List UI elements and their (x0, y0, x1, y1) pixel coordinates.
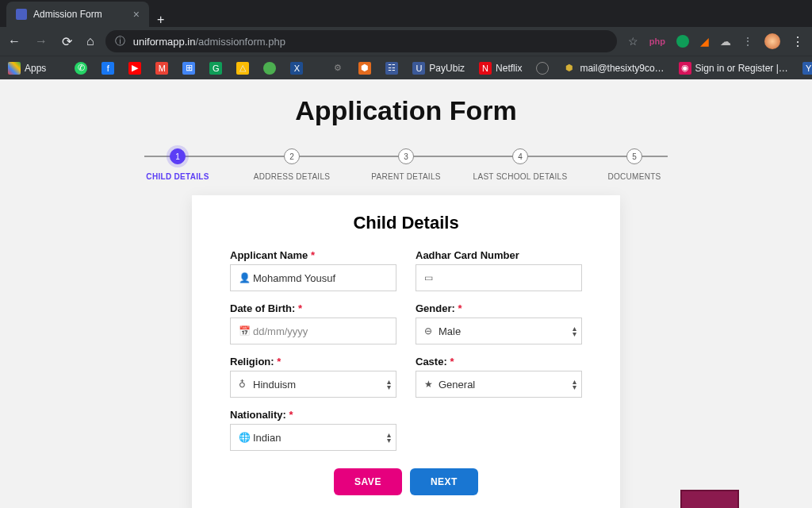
step-number: 2 (284, 148, 300, 164)
step-child-details[interactable]: 1 CHILD DETAILS (121, 148, 235, 181)
apps-icon (8, 62, 21, 75)
step-label: ADDRESS DETAILS (254, 172, 331, 181)
bookmark-item[interactable]: f (102, 62, 114, 75)
back-icon[interactable]: ← (8, 34, 21, 48)
id-card-icon: ▭ (424, 272, 439, 283)
close-icon[interactable]: × (133, 8, 140, 21)
browser-toolbar: ← → ⟳ ⌂ ⓘ uniformapp.in/admissionform.ph… (0, 27, 812, 56)
field-label: Nationality: * (230, 409, 396, 421)
card-title: Child Details (230, 213, 582, 233)
gmail-icon: M (155, 62, 168, 75)
bookmark-item[interactable] (536, 62, 549, 75)
whatsapp-icon: ✆ (75, 62, 87, 75)
step-documents[interactable]: 5 DOCUMENTS (577, 148, 691, 181)
bookmark-item[interactable] (263, 62, 276, 75)
step-last-school-details[interactable]: 4 LAST SCHOOL DETAILS (463, 148, 577, 181)
bookmark-item[interactable]: X (290, 62, 303, 75)
step-number: 5 (626, 148, 642, 164)
bookmark-item[interactable]: ☷ (385, 62, 398, 75)
step-parent-details[interactable]: 3 PARENT DETAILS (349, 148, 463, 181)
site-info-icon[interactable]: ⓘ (115, 34, 125, 48)
home-icon[interactable]: ⌂ (86, 34, 94, 48)
religion-icon: ♁ (239, 379, 253, 390)
step-label: CHILD DETAILS (146, 172, 209, 181)
field-label: Caste: * (416, 356, 582, 368)
religion-select[interactable]: ♁ Hinduism ▴▾ (230, 371, 396, 398)
field-label: Religion: * (230, 356, 396, 368)
bookmark-item[interactable]: △ (236, 62, 249, 75)
field-religion: Religion: * ♁ Hinduism ▴▾ (230, 356, 396, 398)
payubiz-icon: U (412, 62, 425, 75)
extension-icon[interactable]: ☁ (720, 35, 731, 48)
bookmarks-bar: Apps ✆ f ▶ M ⊞ G △ X ⚙ ⬢ ☷ UPayUbiz NNet… (0, 56, 812, 79)
field-label: Aadhar Card Number (416, 249, 582, 261)
bookmark-item[interactable]: ▶ (128, 62, 141, 75)
gender-icon: ⊖ (424, 325, 439, 337)
bookmark-item[interactable]: ⚙ (331, 62, 344, 75)
next-button[interactable]: NEXT (410, 468, 478, 495)
field-caste: Caste: * ★ General ▴▾ (416, 356, 582, 398)
step-label: LAST SCHOOL DETAILS (473, 172, 568, 181)
select-value: Male (439, 325, 573, 337)
bookmark-payubiz[interactable]: UPayUbiz (412, 62, 465, 75)
step-label: DOCUMENTS (607, 172, 661, 181)
extension-icon[interactable] (676, 35, 689, 48)
mail-icon: ⬢ (563, 62, 576, 75)
browser-tab-active[interactable]: Admission Form × (6, 2, 149, 27)
page-content: Application Form 1 CHILD DETAILS 2 ADDRE… (0, 79, 812, 508)
field-label: Applicant Name * (230, 249, 396, 261)
gender-select[interactable]: ⊖ Male ▴▾ (416, 318, 582, 344)
signin-icon: ◉ (679, 62, 691, 75)
apps-shortcut[interactable]: Apps (8, 62, 46, 75)
bookmark-netflix[interactable]: NNetflix (479, 62, 522, 75)
bookmark-item[interactable]: ⊞ (182, 62, 195, 75)
app-icon: ⚙ (331, 62, 344, 75)
reload-icon[interactable]: ⟳ (62, 34, 72, 49)
bookmark-item[interactable]: G (209, 62, 222, 75)
extension-icon[interactable]: php (649, 37, 665, 46)
tab-title: Admission Form (33, 9, 102, 20)
step-address-details[interactable]: 2 ADDRESS DETAILS (235, 148, 349, 181)
field-label: Date of Birth: * (230, 302, 396, 314)
step-number: 1 (170, 148, 186, 164)
bookmark-signin[interactable]: ◉Sign in or Register |… (679, 62, 788, 75)
page-title: Application Form (0, 95, 812, 126)
bookmark-item[interactable]: ⬢ (358, 62, 371, 75)
bookmark-star-icon[interactable]: ☆ (628, 35, 638, 48)
field-label: Gender: * (416, 302, 582, 314)
aadhar-input[interactable]: ▭ (416, 264, 582, 291)
profile-avatar[interactable] (764, 33, 780, 49)
chevron-updown-icon: ▴▾ (573, 379, 576, 390)
app-icon: ⊞ (182, 62, 195, 75)
caste-select[interactable]: ★ General ▴▾ (416, 371, 582, 398)
chrome-menu-icon[interactable]: ⋮ (791, 34, 804, 49)
bookmark-item[interactable]: M (155, 62, 168, 75)
app-icon: X (290, 62, 303, 75)
input-placeholder: dd/mm/yyyy (253, 325, 388, 337)
forward-icon[interactable]: → (35, 34, 48, 48)
globe-icon (536, 62, 549, 75)
facebook-icon: f (102, 62, 114, 75)
bookmark-youth4work[interactable]: YYouth4work: Asses… (802, 62, 812, 75)
bookmark-item[interactable]: ✆ (75, 62, 87, 75)
extension-icon[interactable]: ◢ (700, 35, 709, 48)
bookmark-mail[interactable]: ⬢mail@thesixty9co… (563, 62, 664, 75)
form-card: Child Details Applicant Name * 👤 Mohammd… (192, 195, 620, 508)
save-button[interactable]: SAVE (334, 468, 402, 495)
netflix-icon: N (479, 62, 492, 75)
new-tab-button[interactable]: + (149, 13, 172, 27)
youth4work-icon: Y (802, 62, 812, 75)
field-gender: Gender: * ⊖ Male ▴▾ (416, 302, 582, 344)
dob-input[interactable]: 📅 dd/mm/yyyy (230, 318, 396, 344)
star-icon: ★ (424, 379, 439, 390)
app-icon: ☷ (385, 62, 398, 75)
globe-icon: 🌐 (239, 432, 253, 443)
chevron-updown-icon: ▴▾ (387, 432, 391, 443)
step-label: PARENT DETAILS (371, 172, 441, 181)
address-bar[interactable]: ⓘ uniformapp.in/admissionform.php (105, 30, 617, 52)
select-value: Hinduism (253, 379, 388, 391)
field-nationality: Nationality: * 🌐 Indian ▴▾ (230, 409, 396, 451)
field-applicant-name: Applicant Name * 👤 Mohammd Yousuf (230, 249, 396, 291)
nationality-select[interactable]: 🌐 Indian ▴▾ (230, 424, 396, 451)
applicant-name-input[interactable]: 👤 Mohammd Yousuf (230, 264, 396, 291)
